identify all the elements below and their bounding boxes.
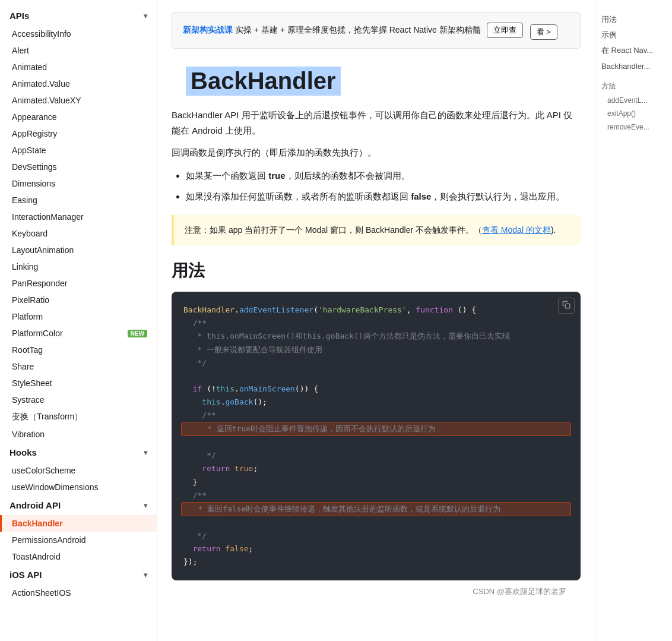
sidebar-section-android-label: Android API — [9, 500, 61, 510]
copy-button[interactable] — [558, 298, 575, 314]
sidebar-item-PanResponder[interactable]: PanResponder — [0, 275, 157, 292]
sidebar-section-ios-label: iOS API — [9, 570, 42, 580]
promo-link[interactable]: 新架构实战课 — [183, 25, 233, 34]
sidebar-item-RootTag[interactable]: RootTag — [0, 342, 157, 358]
new-badge: NEW — [128, 330, 147, 337]
sidebar-hooks-items: useColorScheme useWindowDimensions — [0, 462, 157, 495]
toc-sub-removeeventlistener[interactable]: removeEve... — [601, 121, 666, 134]
code-block: BackHandler.addEventListener('hardwareBa… — [172, 292, 581, 580]
sidebar-item-AccessibilityInfo[interactable]: AccessibilityInfo — [0, 26, 157, 42]
sidebar-item-StyleSheet[interactable]: StyleSheet — [0, 375, 157, 391]
sidebar-item-useWindowDimensions[interactable]: useWindowDimensions — [0, 479, 157, 495]
toc-label-methods: 方法 — [601, 79, 666, 94]
promo-arrow-button[interactable]: 看 > — [530, 24, 557, 40]
sidebar-item-Appearance[interactable]: Appearance — [0, 109, 157, 125]
section-heading-usage: 用法 — [172, 260, 581, 282]
main-content: 新架构实战课 实操 + 基建 + 原理全维度包揽，抢先掌握 React Nati… — [157, 0, 595, 641]
sidebar-item-Linking[interactable]: Linking — [0, 258, 157, 275]
modal-docs-link[interactable]: 查看 Modal 的文档 — [482, 225, 551, 235]
sidebar-item-PlatformColor[interactable]: PlatformColor NEW — [0, 325, 157, 342]
toc-item-react-nav[interactable]: 在 React Nav... — [601, 43, 666, 58]
bullet-item-2: 如果没有添加任何监听函数，或者所有的监听函数都返回 false，则会执行默认行为… — [186, 188, 581, 204]
sidebar-item-useColorScheme[interactable]: useColorScheme — [0, 462, 157, 479]
toc: 用法 示例 在 React Nav... Backhandler... 方法 a… — [595, 0, 672, 641]
sidebar-section-apis-label: APIs — [9, 11, 29, 21]
content-area: BackHandler API 用于监听设备上的后退按钮事件，可以调用你自己的函… — [157, 108, 595, 603]
code-content: BackHandler.addEventListener('hardwareBa… — [183, 304, 569, 569]
sidebar-item-Transform[interactable]: 变换（Transform） — [0, 408, 157, 426]
bullet-list: 如果某一个函数返回 true，则后续的函数都不会被调用。 如果没有添加任何监听函… — [186, 168, 581, 204]
sidebar-item-ActionSheetIOS[interactable]: ActionSheetIOS — [0, 585, 157, 601]
sidebar-android-items: BackHandler PermissionsAndroid ToastAndr… — [0, 515, 157, 565]
sidebar-item-AppState[interactable]: AppState — [0, 142, 157, 159]
sidebar-section-android[interactable]: Android API ▾ — [0, 495, 157, 515]
chevron-down-icon-android: ▾ — [144, 501, 147, 510]
svg-rect-0 — [565, 304, 570, 309]
sidebar-item-Platform[interactable]: Platform — [0, 308, 157, 325]
toc-sub-addeventlistener[interactable]: addEventL... — [601, 94, 666, 108]
sidebar-item-AppRegistry[interactable]: AppRegistry — [0, 125, 157, 142]
description-2: 回调函数是倒序执行的（即后添加的函数先执行）。 — [172, 145, 581, 160]
sidebar-item-Share[interactable]: Share — [0, 358, 157, 375]
sidebar-item-Alert[interactable]: Alert — [0, 42, 157, 59]
bullet-item-1: 如果某一个函数返回 true，则后续的函数都不会被调用。 — [186, 168, 581, 184]
sidebar-item-DevSettings[interactable]: DevSettings — [0, 159, 157, 175]
sidebar-section-ios[interactable]: iOS API ▾ — [0, 565, 157, 585]
sidebar-item-PixelRatio[interactable]: PixelRatio — [0, 292, 157, 308]
sidebar-item-Systrace[interactable]: Systrace — [0, 391, 157, 408]
sidebar-section-hooks-label: Hooks — [9, 447, 37, 457]
sidebar-item-BackHandler[interactable]: BackHandler — [0, 515, 157, 532]
sidebar-section-apis[interactable]: APIs ▾ — [0, 6, 157, 26]
promo-banner: 新架构实战课 实操 + 基建 + 原理全维度包揽，抢先掌握 React Nati… — [172, 12, 581, 49]
sidebar-apis-items: AccessibilityInfo Alert Animated Animate… — [0, 26, 157, 443]
chevron-down-icon-hooks: ▾ — [144, 449, 147, 457]
promo-text: 实操 + 基建 + 原理全维度包揽，抢先掌握 React Native 新架构精… — [235, 25, 481, 34]
sidebar-ios-items: ActionSheetIOS — [0, 585, 157, 601]
page-title: BackHandler — [186, 67, 341, 96]
sidebar-item-Animated[interactable]: Animated — [0, 59, 157, 75]
toc-sub-exitapp[interactable]: exitApp() — [601, 107, 666, 121]
toc-item-usage[interactable]: 用法 — [601, 12, 666, 27]
sidebar-item-Keyboard[interactable]: Keyboard — [0, 225, 157, 242]
promo-button[interactable]: 立即查 — [487, 23, 523, 38]
sidebar-item-Vibration[interactable]: Vibration — [0, 426, 157, 443]
sidebar-item-Easing[interactable]: Easing — [0, 192, 157, 209]
sidebar-item-LayoutAnimation[interactable]: LayoutAnimation — [0, 242, 157, 258]
sidebar-item-ToastAndroid[interactable]: ToastAndroid — [0, 548, 157, 565]
chevron-down-icon-ios: ▾ — [144, 571, 147, 579]
warning-box: 注意：如果 app 当前打开了一个 Modal 窗口，则 BackHandler… — [172, 215, 581, 246]
title-container: BackHandler — [157, 61, 595, 108]
sidebar-section-hooks[interactable]: Hooks ▾ — [0, 443, 157, 462]
description-1: BackHandler API 用于监听设备上的后退按钮事件，可以调用你自己的函… — [172, 108, 581, 138]
sidebar-item-AnimatedValue[interactable]: Animated.Value — [0, 75, 157, 92]
toc-item-backhandler[interactable]: Backhandler... — [601, 59, 666, 74]
sidebar-item-InteractionManager[interactable]: InteractionManager — [0, 209, 157, 225]
sidebar-item-Dimensions[interactable]: Dimensions — [0, 175, 157, 192]
chevron-down-icon: ▾ — [144, 12, 147, 20]
sidebar-item-AnimatedValueXY[interactable]: Animated.ValueXY — [0, 92, 157, 109]
toc-item-example[interactable]: 示例 — [601, 27, 666, 43]
sidebar-item-PermissionsAndroid[interactable]: PermissionsAndroid — [0, 532, 157, 548]
sidebar: APIs ▾ AccessibilityInfo Alert Animated … — [0, 0, 157, 641]
watermark: CSDN @喜欢踢足球的老罗 — [172, 580, 581, 603]
